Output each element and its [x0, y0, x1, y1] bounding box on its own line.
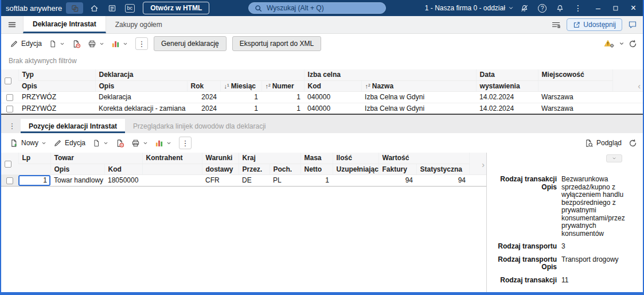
close-button[interactable]: × — [631, 3, 636, 13]
col-deklaracja[interactable]: Deklaracja — [95, 69, 304, 80]
col-wartosc[interactable]: Wartość — [378, 153, 469, 164]
refresh-icon[interactable] — [629, 40, 637, 48]
share-button[interactable]: Udostępnij — [567, 18, 622, 31]
select-all-checkbox[interactable] — [5, 161, 11, 168]
col-lp-sub — [18, 164, 50, 174]
feedback-chat-icon[interactable] — [628, 20, 637, 29]
toolbar-overflow-button[interactable]: ⋮ — [179, 137, 192, 149]
row-checkbox[interactable] — [6, 106, 13, 112]
toolbar-overflow-button[interactable]: ⋮ — [135, 37, 148, 50]
col-rok[interactable]: Rok — [187, 80, 220, 91]
declarations-toolbar: Edycja — [1, 34, 643, 53]
help-button[interactable]: ? — [536, 2, 549, 14]
col-miejscowosc[interactable]: Miejscowość — [538, 69, 612, 80]
mute-notifications-icon — [520, 4, 529, 13]
refresh-icon[interactable] — [629, 139, 637, 148]
preview-button[interactable]: Podgląd — [581, 137, 625, 149]
col-data[interactable]: Data — [476, 69, 538, 80]
col-masa[interactable]: Masa — [300, 153, 333, 164]
warning-settings-icon[interactable] — [604, 39, 615, 48]
position-row[interactable]: 1 Towar handlowy 18050000 CFR DE PL 1 94 — [1, 174, 486, 186]
company-selector[interactable]: 1 - Nasza firma 0 - oddział — [425, 4, 514, 12]
tab-pozycje-deklaracji[interactable]: Pozycje deklaracji Intrastat — [21, 119, 125, 133]
col-typ-opis[interactable]: Opis — [18, 80, 95, 91]
select-all-header[interactable] — [1, 153, 18, 174]
delete-document-button[interactable] — [112, 137, 127, 149]
home-button[interactable] — [87, 2, 101, 14]
select-all-checkbox[interactable] — [5, 77, 11, 84]
collapse-panel-icon[interactable]: ‹ — [638, 82, 641, 90]
col-statystyczna[interactable]: Statystyczna — [416, 164, 469, 174]
col-nazwa[interactable]: ↑²Nazwa — [361, 80, 476, 91]
col-miesiac[interactable]: ↓¹Miesiąc — [220, 80, 261, 91]
edit-button[interactable]: Edycja — [50, 137, 88, 149]
cell-lp-selected[interactable]: 1 — [18, 174, 50, 186]
layout-options-icon[interactable] — [551, 20, 561, 29]
col-typ[interactable]: Typ — [18, 69, 95, 80]
tab-deklaracje-intrastat[interactable]: Deklaracje Intrastat — [23, 16, 106, 33]
document-menu-button[interactable] — [89, 137, 111, 149]
preview-button-label: Podgląd — [596, 139, 622, 147]
col-numer[interactable]: ↑²Numer — [261, 80, 304, 91]
global-search[interactable] — [248, 2, 386, 14]
detail-label: Rodzaj transakcji Opis — [493, 176, 561, 238]
col-wystawienia[interactable]: wystawienia — [476, 80, 538, 91]
print-menu-button[interactable] — [128, 137, 151, 149]
col-poch[interactable]: Poch. — [270, 164, 300, 174]
search-input[interactable] — [266, 3, 380, 13]
col-towar-kod[interactable]: Kod — [104, 164, 142, 174]
export-xml-button[interactable]: Eksportuj raport do XML — [232, 36, 321, 51]
col-warunki[interactable]: Warunki — [202, 153, 239, 164]
col-kraj[interactable]: Kraj — [239, 153, 300, 164]
col-miesiac-label: Miesiąc — [231, 82, 256, 90]
tab-przegladarka-linijek[interactable]: Przeglądarka linijek dowodów dla deklara… — [125, 119, 274, 133]
col-izba-celna[interactable]: Izba celna — [304, 69, 476, 80]
tab-zakupy-ogolem[interactable]: Zakupy ogółem — [106, 16, 171, 33]
detail-label: Rodzaj transportu Opis — [493, 256, 561, 271]
chevron-down-icon[interactable] — [619, 41, 625, 46]
expand-panel-icon[interactable]: › — [482, 161, 485, 169]
bottom-tabs-menu-button[interactable]: ⋮ — [3, 118, 21, 133]
anywhere-app-button[interactable] — [66, 2, 83, 14]
row-checkbox[interactable] — [6, 94, 13, 101]
col-przez[interactable]: Przez. — [239, 164, 270, 174]
row-checkbox[interactable] — [6, 177, 13, 184]
document-menu-button[interactable] — [46, 38, 68, 50]
col-dostawy[interactable]: dostawy — [202, 164, 239, 174]
col-kontrahent[interactable]: Kontrahent — [142, 153, 202, 164]
cell-nazwa: Izba Celna w Gdyni — [361, 103, 476, 114]
col-towar[interactable]: Towar — [50, 153, 142, 164]
col-uzupelniajaca[interactable]: Uzupełniająca — [333, 164, 378, 174]
col-kod[interactable]: Kod — [304, 80, 361, 91]
col-ilosc[interactable]: Ilość — [333, 153, 378, 164]
print-menu-button[interactable] — [85, 38, 107, 50]
notifications-button[interactable] — [553, 2, 567, 14]
printer-icon — [88, 40, 96, 48]
delete-document-button[interactable] — [69, 38, 84, 50]
row-select-cell — [1, 174, 18, 186]
open-in-html-button[interactable]: Otwórz w HTML — [143, 2, 209, 14]
company-selector-label: 1 - Nasza firma 0 - oddział — [425, 4, 505, 12]
new-button[interactable]: Nowy — [7, 137, 49, 149]
chart-menu-button[interactable] — [108, 38, 131, 50]
col-towar-opis[interactable]: Opis — [50, 164, 104, 174]
edit-button[interactable]: Edycja — [7, 38, 45, 50]
document-icon — [92, 139, 100, 148]
select-all-header[interactable] — [1, 69, 18, 91]
col-faktury[interactable]: Faktury — [378, 164, 416, 174]
bc-button[interactable]: bc — [123, 2, 136, 14]
collapse-details-button[interactable] — [606, 154, 622, 162]
minimize-button[interactable]: – — [596, 3, 600, 13]
col-netto[interactable]: Netto — [300, 164, 333, 174]
news-button[interactable] — [105, 2, 119, 14]
declaration-row[interactable]: PRZYWÓZ Deklaracja 2024 1 1 040000 Izba … — [1, 91, 643, 103]
col-deklaracja-opis[interactable]: Opis — [95, 80, 187, 91]
col-lp[interactable]: Lp — [18, 153, 50, 164]
mute-notifications-button[interactable] — [518, 2, 532, 14]
more-menu-button[interactable]: ⋮ — [571, 2, 585, 14]
maximize-button[interactable] — [612, 5, 619, 11]
declaration-row-selected[interactable]: PRZYWÓZ Korekta deklaracji - zamiana 202… — [1, 103, 643, 114]
generate-declaration-button[interactable]: Generuj deklarację — [154, 36, 227, 51]
chart-menu-button[interactable] — [152, 137, 174, 149]
main-menu-button[interactable] — [1, 16, 23, 33]
